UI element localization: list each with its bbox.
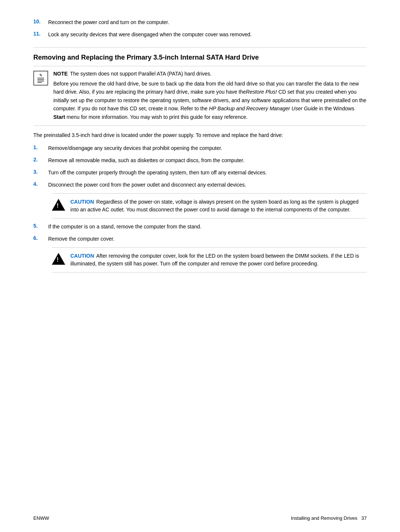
- step-10-number: 10.: [33, 19, 48, 24]
- step-3-text: Turn off the computer properly through t…: [48, 169, 367, 177]
- step-1-number: 1.: [33, 144, 48, 150]
- note-box: ✎ NOTEThe system does not support Parall…: [33, 66, 367, 126]
- caution-1-content: CAUTIONRegardless of the power-on state,…: [70, 198, 367, 214]
- step-5-number: 5.: [33, 223, 48, 229]
- footer-left: ENWW: [33, 515, 49, 521]
- note-content: NOTEThe system does not support Parallel…: [53, 71, 367, 121]
- step-1-text: Remove/disengage any security devices th…: [48, 144, 367, 152]
- step-11-text: Lock any security devices that were dise…: [48, 31, 367, 39]
- step-5: 5. If the computer is on a stand, remove…: [33, 223, 367, 231]
- caution-box-1: CAUTIONRegardless of the power-on state,…: [52, 193, 367, 218]
- caution-icon-1: [52, 198, 65, 211]
- step-1: 1. Remove/disengage any security devices…: [33, 144, 367, 152]
- page-footer: ENWW Installing and Removing Drives 37: [33, 515, 367, 521]
- step-4: 4. Disconnect the power cord from the po…: [33, 181, 367, 189]
- note-icon: ✎: [33, 71, 48, 86]
- caution-icon-2: [52, 252, 65, 265]
- step-3: 3. Turn off the computer properly throug…: [33, 169, 367, 177]
- caution-2-label: CAUTION: [70, 253, 94, 259]
- footer-right: Installing and Removing Drives 37: [291, 515, 367, 521]
- step-6-text: Remove the computer cover.: [48, 235, 367, 243]
- step-2: 2. Remove all removable media, such as d…: [33, 157, 367, 164]
- caution-box-2: CAUTIONAfter removing the computer cover…: [52, 247, 367, 272]
- note-text: The system does not support Parallel ATA…: [70, 71, 211, 77]
- caution-1-text: Regardless of the power-on state, voltag…: [70, 199, 359, 213]
- step-5-text: If the computer is on a stand, remove th…: [48, 223, 367, 231]
- step-2-text: Remove all removable media, such as disk…: [48, 157, 367, 164]
- note-label: NOTE: [53, 71, 68, 77]
- section-title: Removing and Replacing the Primary 3.5-i…: [33, 47, 367, 61]
- step-10-text: Reconnect the power cord and turn on the…: [48, 19, 367, 26]
- step-10: 10. Reconnect the power cord and turn on…: [33, 19, 367, 26]
- intro-text: The preinstalled 3.5-inch hard drive is …: [33, 131, 367, 139]
- step-2-number: 2.: [33, 157, 48, 163]
- step-6: 6. Remove the computer cover.: [33, 235, 367, 243]
- caution-1-label: CAUTION: [70, 199, 94, 205]
- note-body-text: Before you remove the old hard drive, be…: [53, 80, 367, 121]
- caution-2-text: After removing the computer cover, look …: [70, 253, 359, 267]
- step-4-text: Disconnect the power cord from the power…: [48, 181, 367, 189]
- caution-2-content: CAUTIONAfter removing the computer cover…: [70, 252, 367, 268]
- step-6-number: 6.: [33, 235, 48, 241]
- step-3-number: 3.: [33, 169, 48, 175]
- step-4-number: 4.: [33, 181, 48, 187]
- step-11: 11. Lock any security devices that were …: [33, 31, 367, 39]
- step-11-number: 11.: [33, 31, 48, 37]
